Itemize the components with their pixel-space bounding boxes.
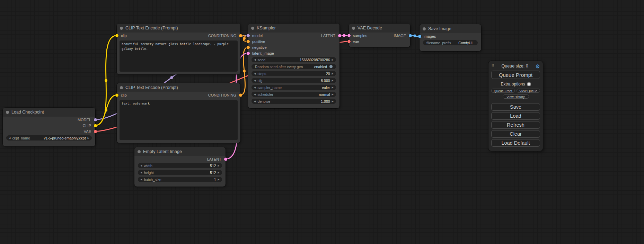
node-title-bar[interactable]: Save Image — [420, 24, 481, 33]
widget-value: 512 — [210, 171, 216, 175]
slot-row: negative — [248, 44, 339, 50]
collapse-dot-icon[interactable] — [138, 150, 141, 153]
load-button[interactable]: Load — [491, 112, 540, 120]
widget-scheduler[interactable]: ◀ scheduler normal ▶ — [252, 92, 336, 97]
node-title-bar[interactable]: KSampler — [248, 24, 339, 33]
node-save-image[interactable]: Save Image images filename_prefix ComfyU… — [420, 24, 481, 51]
queue-front-button[interactable]: Queue Front — [491, 89, 515, 93]
widget-name: ckpt_name — [12, 136, 30, 140]
view-queue-button[interactable]: View Queue — [517, 89, 540, 93]
collapse-dot-icon[interactable] — [251, 27, 254, 30]
collapse-dot-icon[interactable] — [120, 27, 123, 30]
port-samples-input[interactable] — [347, 34, 351, 37]
collapse-dot-icon[interactable] — [352, 27, 355, 30]
port-latent-image-input[interactable] — [247, 52, 250, 55]
positive-prompt-textarea[interactable]: beautiful scenery nature glass bottle la… — [120, 40, 238, 72]
port-conditioning-output[interactable] — [239, 34, 242, 37]
increment-arrow-icon[interactable]: ▶ — [332, 58, 334, 61]
collapse-dot-icon[interactable] — [6, 111, 9, 114]
increment-arrow-icon[interactable]: ▶ — [218, 178, 220, 181]
widget-denoise[interactable]: ◀ denoise 1.000 ▶ — [252, 99, 336, 104]
node-title: CLIP Text Encode (Prompt) — [125, 85, 178, 90]
decrement-arrow-icon[interactable]: ◀ — [254, 79, 256, 82]
extra-options-label: Extra options — [501, 82, 525, 87]
port-clip-input[interactable] — [115, 93, 118, 97]
node-ksampler[interactable]: KSampler model LATENT positive negative … — [248, 24, 339, 108]
view-history-button[interactable]: View History — [503, 94, 529, 99]
widget-name: steps — [257, 72, 266, 76]
input-label: vae — [353, 39, 359, 44]
increment-arrow-icon[interactable]: ▶ — [332, 79, 334, 82]
node-clip-text-encode-negative[interactable]: CLIP Text Encode (Prompt) clip CONDITION… — [117, 83, 240, 143]
increment-arrow-icon[interactable]: ▶ — [218, 164, 220, 167]
decrement-arrow-icon[interactable]: ◀ — [9, 137, 10, 139]
widget-value: 512 — [210, 164, 216, 168]
node-empty-latent-image[interactable]: Empty Latent Image LATENT ◀ width 512 ▶ … — [134, 147, 226, 187]
decrement-arrow-icon[interactable]: ◀ — [140, 164, 142, 167]
extra-options-checkbox[interactable] — [527, 82, 531, 86]
port-clip-input[interactable] — [115, 34, 118, 37]
widget-value: normal — [319, 92, 330, 97]
widget-cfg[interactable]: ◀ cfg 8.000 ▶ — [252, 78, 336, 83]
decrement-arrow-icon[interactable]: ◀ — [254, 72, 256, 75]
slot-row: VAE — [3, 128, 95, 134]
node-title-bar[interactable]: VAE Decode — [349, 24, 410, 33]
port-image-output[interactable] — [409, 34, 412, 37]
port-clip-output[interactable] — [94, 124, 97, 127]
increment-arrow-icon[interactable]: ▶ — [332, 93, 334, 96]
widget-steps[interactable]: ◀ steps 20 ▶ — [252, 71, 336, 76]
widget-seed[interactable]: ◀ seed 156680208700286 ▶ — [252, 57, 336, 62]
widget-name: denoise — [257, 99, 270, 103]
port-model-output[interactable] — [94, 118, 97, 121]
decrement-arrow-icon[interactable]: ◀ — [140, 178, 142, 181]
port-negative-input[interactable] — [247, 46, 250, 49]
node-graph-canvas[interactable]: Load Checkpoint MODEL CLIP VAE ◀ ckpt_na… — [0, 0, 644, 244]
clear-button[interactable]: Clear — [491, 130, 540, 138]
node-title: VAE Decode — [358, 26, 382, 30]
decrement-arrow-icon[interactable]: ◀ — [254, 58, 256, 61]
port-model-input[interactable] — [247, 34, 250, 37]
refresh-button[interactable]: Refresh — [491, 121, 540, 129]
port-conditioning-output[interactable] — [239, 93, 242, 97]
toggle-knob-icon[interactable] — [329, 65, 333, 68]
load-default-button[interactable]: Load Default — [491, 139, 540, 147]
widget-filename-prefix[interactable]: filename_prefix ComfyUI — [423, 40, 478, 45]
widget-ckpt-name[interactable]: ◀ ckpt_name v1-5-pruned-emaonly.ckpt ▶ — [6, 135, 92, 141]
decrement-arrow-icon[interactable]: ◀ — [254, 100, 256, 102]
drag-handle-icon[interactable]: ⠿ — [491, 64, 494, 69]
increment-arrow-icon[interactable]: ▶ — [332, 72, 334, 75]
queue-prompt-button[interactable]: Queue Prompt — [491, 71, 540, 79]
widget-batch-size[interactable]: ◀ batch_size 1 ▶ — [138, 177, 222, 182]
decrement-arrow-icon[interactable]: ◀ — [140, 171, 142, 174]
node-load-checkpoint[interactable]: Load Checkpoint MODEL CLIP VAE ◀ ckpt_na… — [3, 108, 95, 146]
port-positive-input[interactable] — [247, 40, 250, 43]
port-latent-output[interactable] — [224, 157, 227, 161]
node-title-bar[interactable]: CLIP Text Encode (Prompt) — [117, 24, 240, 33]
node-title-bar[interactable]: Empty Latent Image — [134, 147, 226, 156]
save-button[interactable]: Save — [491, 103, 540, 111]
settings-gear-icon[interactable]: ⚙ — [536, 64, 540, 69]
negative-prompt-textarea[interactable]: text, watermark — [120, 100, 238, 140]
port-images-input[interactable] — [418, 35, 421, 38]
node-vae-decode[interactable]: VAE Decode samples IMAGE vae — [349, 24, 410, 47]
widget-height[interactable]: ◀ height 512 ▶ — [138, 170, 222, 175]
decrement-arrow-icon[interactable]: ◀ — [254, 86, 256, 89]
port-vae-output[interactable] — [94, 130, 97, 133]
widget-width[interactable]: ◀ width 512 ▶ — [138, 163, 222, 168]
node-title-bar[interactable]: Load Checkpoint — [3, 108, 95, 117]
increment-arrow-icon[interactable]: ▶ — [332, 100, 334, 102]
increment-arrow-icon[interactable]: ▶ — [88, 137, 89, 139]
increment-arrow-icon[interactable]: ▶ — [332, 86, 334, 89]
node-clip-text-encode-positive[interactable]: CLIP Text Encode (Prompt) clip CONDITION… — [117, 24, 240, 74]
collapse-dot-icon[interactable] — [120, 86, 123, 89]
widget-sampler-name[interactable]: ◀ sampler_name euler ▶ — [252, 85, 336, 90]
decrement-arrow-icon[interactable]: ◀ — [254, 93, 256, 96]
widget-random-seed-toggle[interactable]: Random seed after every gen enabled — [252, 64, 336, 69]
history-row: View History — [491, 94, 540, 99]
port-latent-output[interactable] — [338, 34, 341, 37]
port-vae-input[interactable] — [347, 40, 351, 43]
increment-arrow-icon[interactable]: ▶ — [218, 171, 220, 174]
node-title-bar[interactable]: CLIP Text Encode (Prompt) — [117, 83, 240, 92]
collapse-dot-icon[interactable] — [423, 27, 426, 30]
slot-row: samples IMAGE — [349, 33, 410, 38]
